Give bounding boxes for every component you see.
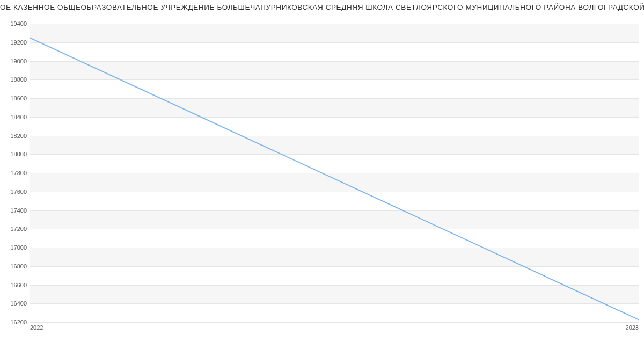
x-tick-label: 2023 xyxy=(626,324,639,331)
y-tick-label: 16600 xyxy=(3,282,27,288)
y-tick-label: 16800 xyxy=(3,263,27,270)
y-tick-label: 19200 xyxy=(3,39,27,46)
gridline xyxy=(30,322,639,323)
chart-title: ОЕ КАЗЕННОЕ ОБЩЕОБРАЗОВАТЕЛЬНОЕ УЧРЕЖДЕН… xyxy=(0,3,644,11)
y-tick-label: 16400 xyxy=(3,300,27,307)
y-tick-label: 17400 xyxy=(3,207,27,214)
y-tick-label: 17800 xyxy=(3,170,27,176)
y-tick-label: 18200 xyxy=(3,133,27,139)
y-tick-label: 17000 xyxy=(3,244,27,251)
y-tick-label: 17200 xyxy=(3,226,27,232)
line-series xyxy=(30,24,639,322)
y-tick-label: 19400 xyxy=(3,20,27,27)
y-tick-label: 18800 xyxy=(3,76,27,83)
y-tick-label: 16200 xyxy=(3,319,27,325)
y-tick-label: 18400 xyxy=(3,114,27,120)
y-tick-label: 19000 xyxy=(3,58,27,64)
y-tick-label: 17600 xyxy=(3,188,27,195)
plot-area xyxy=(30,24,639,322)
y-tick-label: 18600 xyxy=(3,95,27,101)
y-tick-label: 18000 xyxy=(3,151,27,157)
x-tick-label: 2022 xyxy=(30,324,43,331)
chart-container: ОЕ КАЗЕННОЕ ОБЩЕОБРАЗОВАТЕЛЬНОЕ УЧРЕЖДЕН… xyxy=(0,0,644,349)
